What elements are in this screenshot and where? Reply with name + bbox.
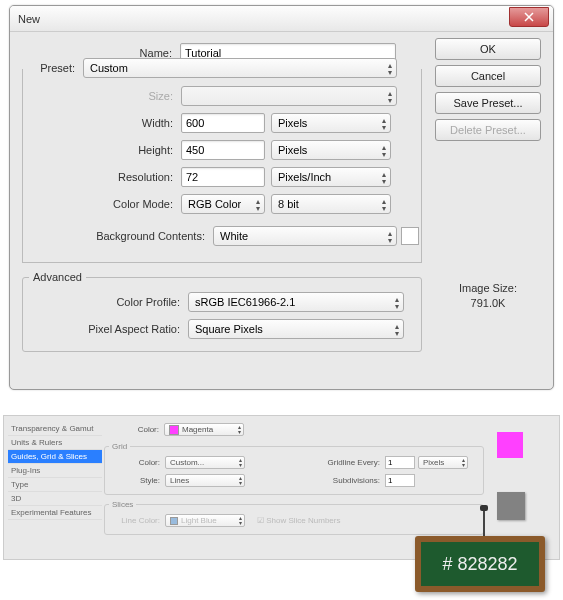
cancel-button[interactable]: Cancel [435,65,541,87]
colormode-label: Color Mode: [23,198,181,210]
chevron-updown-icon: ▴▾ [382,144,386,158]
gridline-unit-select[interactable]: Pixels ▴▾ [418,456,468,469]
gridline-label: Gridline Every: [315,458,385,467]
chevron-updown-icon: ▴▾ [395,323,399,337]
preset-label: Preset: [23,62,83,74]
preset-select[interactable]: Custom ▴▾ [83,58,397,78]
grid-legend: Grid [109,442,130,451]
bgcolor-swatch[interactable] [401,227,419,245]
pixelaspect-label: Pixel Aspect Ratio: [23,323,188,335]
width-label: Width: [23,117,181,129]
pixelaspect-select[interactable]: Square Pixels ▴▾ [188,319,404,339]
grid-style-select[interactable]: Lines ▴▾ [165,474,245,487]
resolution-unit-select[interactable]: Pixels/Inch ▴▾ [271,167,391,187]
canvas-color-select[interactable]: Magenta ▴▾ [164,423,244,436]
height-label: Height: [23,144,181,156]
height-input[interactable] [181,140,265,160]
chevron-updown-icon: ▴▾ [239,458,242,468]
sidebar-item-experimental[interactable]: Experimental Features [8,506,102,520]
show-slice-numbers-checkbox: ☑ Show Slice Numbers [257,516,340,525]
sidebar-item-plugins[interactable]: Plug-Ins [8,464,102,478]
imagesize-label: Image Size: [435,282,541,294]
advanced-legend: Advanced [29,271,86,283]
sidebar-item-units[interactable]: Units & Rulers [8,436,102,450]
height-unit-select[interactable]: Pixels ▴▾ [271,140,391,160]
magenta-swatch-icon [169,425,179,435]
chevron-updown-icon: ▴▾ [239,476,242,486]
sidebar-item-transparency[interactable]: Transparency & Gamut [8,422,102,436]
close-button[interactable] [509,7,549,27]
chevron-updown-icon: ▴▾ [239,516,242,526]
chevron-updown-icon: ▴▾ [388,62,392,76]
grid-color-select[interactable]: Custom... ▴▾ [165,456,245,469]
bgcontents-label: Background Contents: [23,230,213,242]
color-preview-swatch[interactable] [497,432,523,458]
canvas-color-label: Color: [104,425,164,434]
ok-button[interactable]: OK [435,38,541,60]
grid-color-preview[interactable] [497,492,525,520]
width-input[interactable] [181,113,265,133]
grid-color-label: Color: [105,458,165,467]
colorprofile-label: Color Profile: [23,296,188,308]
delete-preset-button: Delete Preset... [435,119,541,141]
subdivisions-label: Subdivisions: [315,476,385,485]
chevron-updown-icon: ▴▾ [388,90,392,104]
hex-code: # 828282 [442,554,517,575]
prefs-sidebar: Transparency & Gamut Units & Rulers Guid… [8,422,102,520]
chevron-updown-icon: ▴▾ [238,425,241,435]
sidebar-item-type[interactable]: Type [8,478,102,492]
window-title: New [18,13,40,25]
size-select: ▴▾ [181,86,397,106]
resolution-input[interactable] [181,167,265,187]
lightblue-swatch-icon [170,517,178,525]
chevron-updown-icon: ▴▾ [395,296,399,310]
bitdepth-select[interactable]: 8 bit ▴▾ [271,194,391,214]
slice-linecolor-label: Line Color: [105,516,165,525]
imagesize-value: 791.0K [435,297,541,309]
width-unit-select[interactable]: Pixels ▴▾ [271,113,391,133]
sidebar-item-3d[interactable]: 3D [8,492,102,506]
resolution-label: Resolution: [23,171,181,183]
sidebar-item-guides[interactable]: Guides, Grid & Slices [8,450,102,464]
chalkboard: # 828282 [415,536,545,592]
chevron-updown-icon: ▴▾ [462,458,465,468]
slices-legend: Slices [109,500,136,509]
titlebar: New [10,6,553,32]
slice-linecolor-select: Light Blue ▴▾ [165,514,245,527]
colormode-select[interactable]: RGB Color ▴▾ [181,194,265,214]
gridline-input[interactable] [385,456,415,469]
chalkboard-wire [483,508,485,536]
bgcontents-select[interactable]: White ▴▾ [213,226,397,246]
chevron-updown-icon: ▴▾ [382,171,386,185]
new-document-dialog: New OK Cancel Save Preset... Delete Pres… [9,5,554,390]
colorprofile-select[interactable]: sRGB IEC61966-2.1 ▴▾ [188,292,404,312]
chevron-updown-icon: ▴▾ [388,230,392,244]
chevron-updown-icon: ▴▾ [382,198,386,212]
save-preset-button[interactable]: Save Preset... [435,92,541,114]
chevron-updown-icon: ▴▾ [256,198,260,212]
size-label: Size: [23,90,181,102]
grid-style-label: Style: [105,476,165,485]
chevron-updown-icon: ▴▾ [382,117,386,131]
subdivisions-input[interactable] [385,474,415,487]
